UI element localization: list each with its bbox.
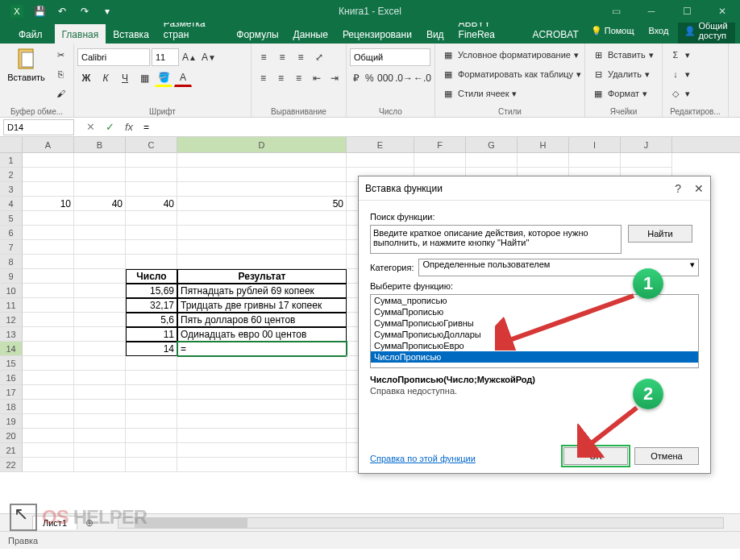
cell-D17[interactable] [177,385,347,400]
tab-review[interactable]: Рецензировани [335,24,419,44]
cell-B7[interactable] [74,240,126,255]
row-header-1[interactable]: 1 [0,153,23,168]
col-header-d[interactable]: D [177,137,347,152]
cell-A3[interactable] [23,182,74,197]
row-header-12[interactable]: 12 [0,313,23,327]
bold-button[interactable]: Ж [77,69,95,87]
function-item[interactable]: СуммаПрописьюДоллары [371,329,698,340]
function-item[interactable]: ЧислоПрописью [371,351,698,363]
cell-A14[interactable] [23,342,74,356]
cell-C21[interactable] [126,443,177,458]
cell-C16[interactable] [126,371,177,385]
cell-A5[interactable] [23,211,74,226]
cell-D3[interactable] [177,182,347,197]
border-button[interactable]: ▦ [135,69,153,87]
cell-E1[interactable] [347,153,414,168]
cell-B9[interactable] [74,269,126,284]
decrease-indent-button[interactable]: ⇤ [308,69,325,87]
cell-J1[interactable] [621,153,672,168]
row-header-17[interactable]: 17 [0,385,23,400]
cell-B10[interactable] [74,284,126,298]
col-header-c[interactable]: C [126,137,177,152]
tab-file[interactable]: Файл [6,24,55,44]
cell-D21[interactable] [177,443,347,458]
fill-button[interactable]: ↓▾ [666,65,693,83]
cell-D1[interactable] [177,153,347,168]
cell-D2[interactable] [177,168,347,182]
cell-D19[interactable] [177,414,347,429]
cell-D20[interactable] [177,429,347,443]
increase-decimal-button[interactable]: .0→ [395,69,413,87]
cell-C12[interactable]: 5,6 [126,313,177,327]
cell-B3[interactable] [74,182,126,197]
autosum-button[interactable]: Σ▾ [666,46,693,64]
row-header-20[interactable]: 20 [0,429,23,443]
cell-A9[interactable] [23,269,74,284]
dialog-close-button[interactable]: ✕ [694,182,704,195]
cell-D15[interactable] [177,356,347,371]
cell-B2[interactable] [74,168,126,182]
cell-A6[interactable] [23,226,74,240]
cell-A19[interactable] [23,414,74,429]
cell-D18[interactable] [177,400,347,414]
cell-B22[interactable] [74,458,126,472]
search-function-input[interactable] [370,225,622,254]
help-button[interactable]: 💡Помощ [586,23,639,39]
insert-cells-button[interactable]: ⊞Вставить▾ [588,46,657,64]
col-header-g[interactable]: G [466,137,518,152]
cell-D4[interactable]: 50 [177,197,347,211]
row-header-22[interactable]: 22 [0,458,23,472]
currency-button[interactable]: ₽ [350,69,363,87]
cell-C8[interactable] [126,255,177,269]
row-header-2[interactable]: 2 [0,168,23,182]
cell-B11[interactable] [74,298,126,313]
tab-view[interactable]: Вид [419,24,451,44]
save-button[interactable]: 💾 [29,2,50,21]
cell-A11[interactable] [23,298,74,313]
cell-C18[interactable] [126,400,177,414]
col-header-b[interactable]: B [74,137,126,152]
cell-D5[interactable] [177,211,347,226]
formula-input[interactable]: = [139,122,740,133]
function-item[interactable]: СуммаПрописьюЕвро [371,340,698,351]
cell-C19[interactable] [126,414,177,429]
cell-B16[interactable] [74,371,126,385]
undo-button[interactable]: ↶ [52,2,73,21]
cell-D9[interactable]: Результат [177,269,347,284]
col-header-f[interactable]: F [414,137,466,152]
fill-color-button[interactable]: 🪣 [155,69,173,87]
function-item[interactable]: СуммаПрописьюГривны [371,317,698,329]
delete-cells-button[interactable]: ⊟Удалить▾ [588,65,657,83]
row-header-3[interactable]: 3 [0,182,23,197]
cell-B17[interactable] [74,385,126,400]
format-painter-button[interactable]: 🖌 [51,85,70,102]
col-header-e[interactable]: E [347,137,414,152]
row-header-8[interactable]: 8 [0,255,23,269]
cell-B12[interactable] [74,313,126,327]
function-item[interactable]: СуммаПрописью [371,306,698,317]
row-header-21[interactable]: 21 [0,443,23,458]
cell-D13[interactable]: Одинадцать евро 00 центов [177,327,347,342]
row-header-5[interactable]: 5 [0,211,23,226]
tab-home[interactable]: Главная [55,24,106,44]
cell-C13[interactable]: 11 [126,327,177,342]
function-help-link[interactable]: Справка по этой функции [370,454,476,463]
cell-styles-button[interactable]: ▦Стили ячеек▾ [439,85,584,102]
col-header-h[interactable]: H [518,137,569,152]
cell-A21[interactable] [23,443,74,458]
row-header-11[interactable]: 11 [0,298,23,313]
cell-A2[interactable] [23,168,74,182]
col-header-a[interactable]: A [23,137,74,152]
col-header-j[interactable]: J [621,137,672,152]
conditional-formatting-button[interactable]: ▦Условное форматирование▾ [439,46,584,64]
cell-A13[interactable] [23,327,74,342]
orientation-button[interactable]: ⤢ [310,48,328,66]
cell-A16[interactable] [23,371,74,385]
cell-C15[interactable] [126,356,177,371]
cell-A20[interactable] [23,429,74,443]
font-color-button[interactable]: A [174,69,192,87]
cell-G1[interactable] [466,153,518,168]
cell-B8[interactable] [74,255,126,269]
copy-button[interactable]: ⎘ [51,65,70,83]
cell-C11[interactable]: 32,17 [126,298,177,313]
